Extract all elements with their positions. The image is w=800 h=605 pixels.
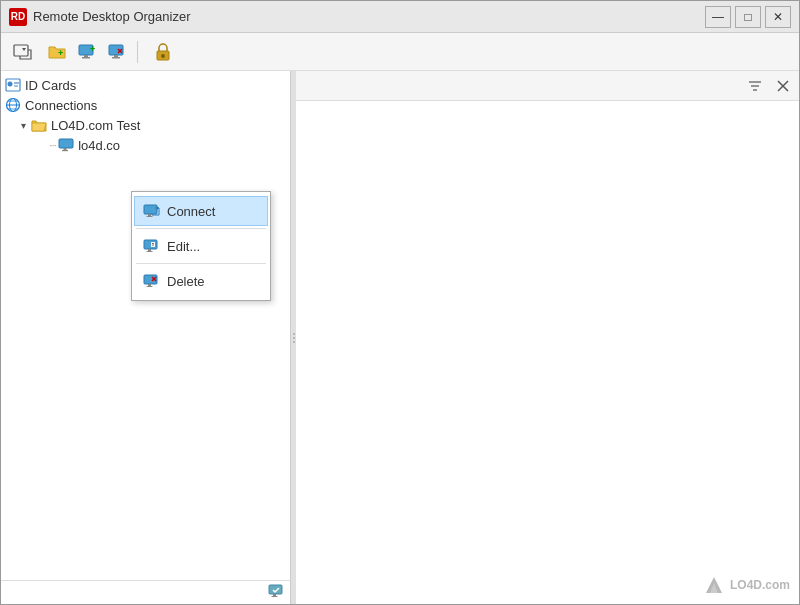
app-icon: RD xyxy=(9,8,27,26)
close-button[interactable]: ✕ xyxy=(765,6,791,28)
tree-connector: ···· xyxy=(49,140,56,151)
svg-rect-24 xyxy=(64,148,67,150)
svg-point-13 xyxy=(161,54,165,58)
svg-point-14 xyxy=(8,82,13,87)
main-toolbar: + + xyxy=(1,33,799,71)
svg-rect-32 xyxy=(147,251,153,252)
status-icon xyxy=(268,583,286,602)
svg-rect-25 xyxy=(62,150,68,151)
svg-rect-9 xyxy=(112,57,120,59)
connections-label: Connections xyxy=(25,98,97,113)
svg-rect-28 xyxy=(147,216,153,217)
svg-rect-31 xyxy=(148,249,151,251)
context-menu-edit[interactable]: Edit... xyxy=(134,231,268,261)
svg-text:+: + xyxy=(90,44,95,54)
right-panel: LO4D.com xyxy=(296,71,799,604)
maximize-button[interactable]: □ xyxy=(735,6,761,28)
expand-arrow-lo4d: ▾ xyxy=(17,119,29,131)
lo4d-item-label: lo4d.co xyxy=(78,138,120,153)
window-controls: — □ ✕ xyxy=(705,6,791,28)
arrow-icon xyxy=(12,42,34,62)
right-close-button[interactable] xyxy=(771,74,795,98)
svg-rect-33 xyxy=(151,242,155,247)
tree-item-id-cards[interactable]: ID Cards xyxy=(1,75,290,95)
tree-area[interactable]: ID Cards Connections xyxy=(1,71,290,580)
separator-2 xyxy=(136,263,266,264)
id-cards-label: ID Cards xyxy=(25,78,76,93)
svg-text:+: + xyxy=(58,48,63,58)
lo4d-test-label: LO4D.com Test xyxy=(51,118,140,133)
watermark-icon xyxy=(702,573,726,597)
edit-icon xyxy=(143,237,161,255)
context-menu-connect[interactable]: Connect xyxy=(134,196,268,226)
context-menu: Connect Edit.. xyxy=(131,191,271,301)
tree-item-lo4d-item[interactable]: ···· lo4d.co xyxy=(1,135,290,155)
delete-menu-icon xyxy=(143,272,161,290)
new-folder-icon: + xyxy=(47,42,67,62)
separator-1 xyxy=(136,228,266,229)
tree-item-lo4d-test[interactable]: ▾ LO4D.com Test xyxy=(1,115,290,135)
svg-rect-38 xyxy=(147,286,153,287)
id-card-icon xyxy=(5,77,21,93)
delete-icon xyxy=(107,42,127,62)
watermark-text: LO4D.com xyxy=(730,578,790,592)
window-title: Remote Desktop Organizer xyxy=(33,9,705,24)
monitor-icon xyxy=(58,137,74,153)
right-toolbar xyxy=(296,71,799,101)
toolbar-delete-btn[interactable] xyxy=(103,38,131,66)
main-area: ID Cards Connections xyxy=(1,71,799,604)
svg-rect-37 xyxy=(148,284,151,286)
splitter-handle xyxy=(293,333,295,343)
main-window: RD Remote Desktop Organizer — □ ✕ + xyxy=(0,0,800,605)
watermark: LO4D.com xyxy=(702,573,790,597)
toolbar-new-connection-btn[interactable]: + xyxy=(73,38,101,66)
context-menu-delete[interactable]: Delete xyxy=(134,266,268,296)
svg-rect-5 xyxy=(82,57,90,59)
delete-label: Delete xyxy=(167,274,205,289)
connect-icon xyxy=(143,202,161,220)
svg-rect-42 xyxy=(273,594,276,596)
left-panel-bottom xyxy=(1,580,290,604)
svg-rect-8 xyxy=(114,55,118,57)
close-icon xyxy=(777,80,789,92)
toolbar-separator xyxy=(137,41,138,63)
minimize-button[interactable]: — xyxy=(705,6,731,28)
svg-rect-41 xyxy=(269,585,282,594)
folder-open-icon xyxy=(31,117,47,133)
new-connection-icon: + xyxy=(77,42,97,62)
connect-label: Connect xyxy=(167,204,215,219)
globe-icon xyxy=(5,97,21,113)
toolbar-new-folder-btn[interactable]: + xyxy=(43,38,71,66)
svg-marker-1 xyxy=(22,48,26,51)
lock-icon xyxy=(152,41,174,63)
filter-button[interactable] xyxy=(743,74,767,98)
title-bar: RD Remote Desktop Organizer — □ ✕ xyxy=(1,1,799,33)
tree-item-connections[interactable]: Connections xyxy=(1,95,290,115)
filter-icon xyxy=(748,79,762,93)
left-panel: ID Cards Connections xyxy=(1,71,291,604)
right-content xyxy=(296,101,799,604)
svg-rect-43 xyxy=(272,596,278,597)
svg-rect-4 xyxy=(84,55,88,57)
toolbar-arrow-btn[interactable] xyxy=(5,38,41,66)
svg-rect-30 xyxy=(144,240,157,249)
svg-rect-23 xyxy=(59,139,73,148)
svg-rect-26 xyxy=(144,205,157,214)
svg-rect-0 xyxy=(14,45,28,56)
svg-rect-27 xyxy=(148,214,151,216)
edit-label: Edit... xyxy=(167,239,200,254)
